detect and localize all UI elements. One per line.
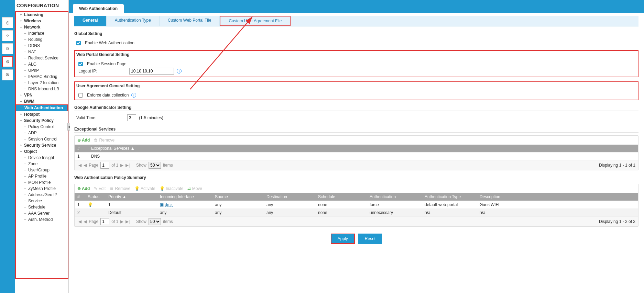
valid-time-label: Valid Time: — [76, 115, 124, 120]
add-button[interactable]: ⊕ Add — [77, 186, 90, 191]
nav-item-web-authentication[interactable]: −Web Authentication — [16, 104, 68, 111]
subtab-general[interactable]: General — [74, 16, 107, 26]
monitor-icon[interactable]: ⧉ — [2, 43, 13, 54]
inactivate-button[interactable]: 💡 Inactivate — [160, 186, 184, 191]
nav-item-service[interactable]: −Service — [16, 198, 68, 204]
nav-item-network[interactable]: −Network — [16, 24, 68, 30]
enable-session-checkbox[interactable] — [78, 62, 83, 66]
first-page-icon[interactable]: |◀ — [77, 219, 81, 224]
status-bulb-icon: 💡 — [88, 202, 93, 207]
subtab-authentication-type[interactable]: Authentication Type — [107, 16, 160, 26]
subtab-custom-web-portal-file[interactable]: Custom Web Portal File — [160, 16, 220, 26]
nav-item-session-control[interactable]: −Session Control — [16, 136, 68, 142]
nav-item-user-group[interactable]: −User/Group — [16, 167, 68, 173]
info-icon[interactable]: i — [177, 69, 182, 74]
prev-page-icon[interactable]: ◀ — [84, 163, 87, 168]
sidebar-collapse-handle[interactable]: ◀ — [67, 123, 70, 131]
nav-item-nat[interactable]: −NAT — [16, 49, 68, 55]
prev-page-icon[interactable]: ◀ — [84, 219, 87, 224]
nav-item-adp[interactable]: −ADP — [16, 130, 68, 136]
user-agreement-box: User Agreement General Setting Enforce d… — [74, 81, 638, 100]
nav-item-layer-2-isolation[interactable]: −Layer 2 Isolation — [16, 80, 68, 86]
nav-item-interface[interactable]: −Interface — [16, 30, 68, 36]
next-page-icon[interactable]: ▶ — [120, 219, 123, 224]
nav-item-ddns[interactable]: −DDNS — [16, 43, 68, 49]
nav-item-policy-control[interactable]: −Policy Control — [16, 124, 68, 130]
sidebar: CONFIGURATION +Licensing+Wireless−Networ… — [15, 0, 69, 293]
enable-session-label: Enable Session Page — [87, 61, 127, 66]
sidebar-title: CONFIGURATION — [15, 0, 68, 10]
last-page-icon[interactable]: ▶| — [125, 219, 130, 224]
main-area: Web Authentication GeneralAuthentication… — [69, 0, 644, 293]
first-page-icon[interactable]: |◀ — [77, 163, 81, 168]
nav-item-security-policy[interactable]: −Security Policy — [16, 117, 68, 124]
tools-icon[interactable]: 🛠 — [2, 69, 13, 80]
exceptional-pager: |◀ ◀ Page of 1 ▶ ▶| Show 50 items Displa… — [75, 160, 638, 170]
footer-buttons: Apply Reset — [74, 227, 638, 251]
exceptional-panel: ⊕ Add 🗑 Remove # Exceptional Services ▲ … — [74, 135, 638, 170]
nav-item-licensing[interactable]: +Licensing — [16, 12, 68, 18]
info-icon[interactable]: i — [131, 93, 136, 98]
next-page-icon[interactable]: ▶ — [120, 163, 123, 168]
interface-link[interactable]: ▣ dmz — [160, 202, 173, 207]
nav-item-wireless[interactable]: +Wireless — [16, 18, 68, 24]
wizard-icon[interactable]: ✧ — [2, 30, 13, 41]
page-input[interactable] — [100, 162, 109, 169]
last-page-icon[interactable]: ▶| — [125, 163, 130, 168]
reset-button[interactable]: Reset — [358, 234, 382, 244]
nav-item-zone[interactable]: −Zone — [16, 161, 68, 167]
section-google: Google Authenticator Setting — [74, 105, 638, 110]
valid-time-input[interactable] — [127, 114, 136, 121]
nav-item-routing[interactable]: −Routing — [16, 36, 68, 43]
table-row[interactable]: 1💡1▣ dmzanyanynoneforcedefault-web-porta… — [75, 201, 638, 209]
exceptional-toolbar: ⊕ Add 🗑 Remove — [75, 136, 638, 145]
edit-button[interactable]: ✎ Edit — [94, 186, 106, 191]
move-button[interactable]: ⇄ Move — [187, 186, 202, 191]
portal-setting-box: Web Portal General Setting Enable Sessio… — [74, 50, 638, 77]
table-row[interactable]: 2Defaultanyanyanynoneunnecessaryn/an/a — [75, 209, 638, 217]
table-row[interactable]: 1DNS — [75, 153, 638, 160]
enable-webauth-checkbox[interactable] — [76, 41, 81, 45]
page-input[interactable] — [100, 218, 109, 225]
logout-ip-input[interactable] — [129, 68, 174, 75]
nav-item-dns-inbound-lb[interactable]: −DNS Inbound LB — [16, 86, 68, 92]
enable-webauth-label: Enable Web Authentication — [85, 41, 134, 45]
valid-time-hint: (1-5 minutes) — [139, 115, 163, 120]
page-size-select[interactable]: 50 — [149, 218, 161, 225]
subtabs: GeneralAuthentication TypeCustom Web Por… — [74, 16, 638, 26]
nav-item-ip-mac-binding[interactable]: −IP/MAC Binding — [16, 74, 68, 80]
topbar: Web Authentication — [69, 0, 644, 13]
nav-item-alg[interactable]: −ALG — [16, 61, 68, 67]
apply-button[interactable]: Apply — [331, 234, 355, 244]
nav-item-schedule[interactable]: −Schedule — [16, 204, 68, 210]
subtab-custom-user-agreement-file[interactable]: Custom User Agreement File — [220, 16, 291, 26]
nav-item-security-service[interactable]: +Security Service — [16, 142, 68, 148]
nav-item-auth-method[interactable]: −Auth. Method — [16, 216, 68, 223]
nav-item-vpn[interactable]: +VPN — [16, 92, 68, 98]
dashboard-icon[interactable]: ◷ — [2, 17, 13, 28]
remove-button[interactable]: 🗑 Remove — [94, 138, 114, 143]
nav-item-hotspot[interactable]: +Hotspot — [16, 111, 68, 117]
left-rail: ◷ ✧ ⧉ ⚙ 🛠 — [0, 0, 15, 293]
nav-item-redirect-service[interactable]: −Redirect Service — [16, 55, 68, 61]
nav-tree: +Licensing+Wireless−Network−Interface−Ro… — [15, 11, 68, 279]
logout-ip-label: Logout IP: — [78, 69, 127, 74]
activate-button[interactable]: 💡 Activate — [134, 186, 155, 191]
enforce-data-checkbox[interactable] — [78, 93, 83, 98]
pager-display: Displaying 1 - 1 of 1 — [599, 163, 635, 168]
nav-item-object[interactable]: −Object — [16, 148, 68, 155]
nav-item-address-geo-ip[interactable]: −Address/Geo IP — [16, 192, 68, 198]
pager-display: Displaying 1 - 2 of 2 — [599, 219, 635, 224]
nav-item-ap-profile[interactable]: −AP Profile — [16, 173, 68, 179]
config-icon[interactable]: ⚙ — [2, 56, 13, 67]
nav-item-bwm[interactable]: −BWM — [16, 98, 68, 104]
section-exceptional: Exceptional Services — [74, 127, 638, 132]
page-size-select[interactable]: 50 — [149, 162, 161, 169]
nav-item-mon-profile[interactable]: −MON Profile — [16, 179, 68, 185]
nav-item-device-insight[interactable]: −Device Insight — [16, 155, 68, 161]
nav-item-upnp[interactable]: −UPnP — [16, 67, 68, 74]
remove-button[interactable]: 🗑 Remove — [110, 186, 130, 191]
nav-item-aaa-server[interactable]: −AAA Server — [16, 210, 68, 216]
add-button[interactable]: ⊕ Add — [77, 138, 90, 143]
nav-item-zymesh-profile[interactable]: −ZyMesh Profile — [16, 185, 68, 192]
